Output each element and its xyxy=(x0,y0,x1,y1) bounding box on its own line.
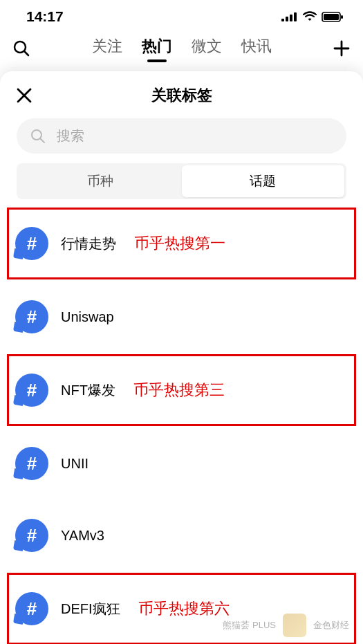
svg-line-14 xyxy=(40,138,44,142)
svg-rect-3 xyxy=(294,12,297,21)
svg-rect-0 xyxy=(281,19,284,21)
signal-icon xyxy=(281,12,298,21)
segment-coin[interactable]: 币种 xyxy=(19,165,182,197)
hash-icon: # xyxy=(15,447,48,480)
topic-item-4[interactable]: # YAMv3 xyxy=(7,499,356,571)
tab-news[interactable]: 快讯 xyxy=(241,36,272,61)
svg-rect-2 xyxy=(290,15,292,21)
svg-rect-5 xyxy=(324,14,339,20)
topic-label: 行情走势 xyxy=(61,234,116,253)
search-box[interactable] xyxy=(17,118,346,154)
battery-icon xyxy=(322,12,344,22)
hash-icon: # xyxy=(15,519,48,552)
status-icons xyxy=(281,11,344,22)
topic-label: UNII xyxy=(61,456,89,472)
watermark: 熊猫荟 PLUS 金色财经 xyxy=(223,614,349,637)
segment-control: 币种 话题 xyxy=(17,163,346,199)
search-icon[interactable] xyxy=(12,39,30,57)
top-nav: 关注 热门 微文 快讯 xyxy=(0,30,363,68)
add-icon[interactable] xyxy=(333,39,351,57)
close-icon[interactable] xyxy=(17,88,32,103)
annotation: 币乎热搜第一 xyxy=(134,233,225,254)
topic-item-1[interactable]: # Uniswap xyxy=(7,281,356,353)
top-nav-tabs: 关注 热门 微文 快讯 xyxy=(39,36,324,61)
topic-label: DEFI疯狂 xyxy=(61,600,120,618)
sheet-header: 关联标签 xyxy=(0,71,363,116)
topic-label: NFT爆发 xyxy=(61,381,115,400)
annotation: 币乎热搜第三 xyxy=(133,380,225,401)
hash-icon: # xyxy=(15,592,48,625)
svg-rect-1 xyxy=(286,17,288,21)
status-time: 14:17 xyxy=(26,8,64,25)
segment-topic[interactable]: 话题 xyxy=(182,165,345,197)
topic-label: Uniswap xyxy=(61,309,114,325)
watermark-logo-icon xyxy=(283,614,306,637)
tab-follow[interactable]: 关注 xyxy=(92,36,122,61)
watermark-text-1: 熊猫荟 PLUS xyxy=(223,619,276,632)
svg-line-8 xyxy=(24,51,28,55)
svg-rect-6 xyxy=(341,15,343,19)
topic-item-3[interactable]: # UNII xyxy=(7,427,356,499)
search-field-icon xyxy=(30,129,46,144)
topic-item-0[interactable]: # 行情走势 币乎热搜第一 xyxy=(7,208,356,279)
annotation: 币乎热搜第六 xyxy=(138,598,230,619)
topic-list: # 行情走势 币乎热搜第一 # Uniswap # NFT爆发 币乎热搜第三 #… xyxy=(0,208,363,644)
tab-hot[interactable]: 热门 xyxy=(142,36,172,61)
wifi-icon xyxy=(302,11,317,22)
sheet-title: 关联标签 xyxy=(151,85,212,106)
bottom-sheet: 关联标签 币种 话题 # 行情走势 币乎热搜第一 # Uniswap # NFT… xyxy=(0,71,363,644)
hash-icon: # xyxy=(15,227,48,260)
hash-icon: # xyxy=(15,374,48,407)
search-input[interactable] xyxy=(57,128,333,144)
hash-icon: # xyxy=(15,300,48,333)
watermark-text-2: 金色财经 xyxy=(313,619,349,632)
topic-item-2[interactable]: # NFT爆发 币乎热搜第三 xyxy=(7,354,356,426)
status-bar: 14:17 xyxy=(0,0,363,30)
tab-micro[interactable]: 微文 xyxy=(192,36,222,61)
topic-label: YAMv3 xyxy=(61,528,104,544)
